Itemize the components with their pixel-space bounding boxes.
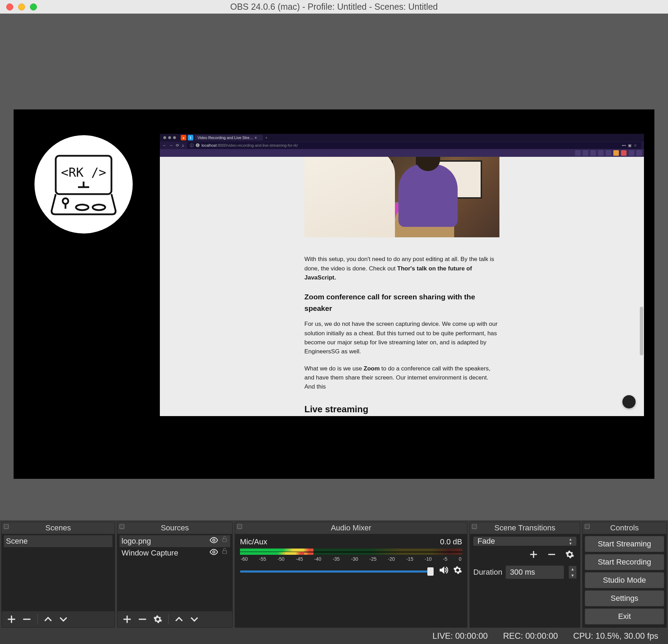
site-lock-icon: 🅓 xyxy=(196,143,200,147)
svg-point-13 xyxy=(213,551,215,553)
dock-title: Audio Mixer xyxy=(331,523,371,532)
url-host: localhost xyxy=(202,143,217,147)
article-paragraph: What we do is we use Zoom to do a confer… xyxy=(304,364,499,392)
article-paragraph: For us, we do not have the screen captur… xyxy=(304,320,499,356)
spin-up-icon[interactable]: ▲ xyxy=(569,566,576,572)
window-minimize-button[interactable] xyxy=(18,3,25,10)
scenes-list[interactable]: Scene xyxy=(2,534,115,611)
add-source-button[interactable] xyxy=(120,613,134,626)
ext-icon xyxy=(606,150,611,156)
lock-toggle-icon[interactable] xyxy=(221,547,228,559)
svg-point-7 xyxy=(93,205,105,210)
move-source-down-button[interactable] xyxy=(187,613,201,626)
remove-transition-button[interactable] xyxy=(547,550,556,561)
browser-menu-icon xyxy=(636,150,642,156)
move-scene-down-button[interactable] xyxy=(56,613,70,626)
nav-home-icon: ⌂ xyxy=(182,143,184,147)
add-transition-button[interactable] xyxy=(529,550,538,561)
sources-footer xyxy=(117,611,232,627)
tab-close-icon: × xyxy=(255,136,257,140)
svg-rect-12 xyxy=(223,539,227,542)
source-item[interactable]: logo.png xyxy=(119,535,230,547)
duration-spinner[interactable]: ▲ ▼ xyxy=(569,566,576,578)
status-cpu: CPU: 10.5%, 30.00 fps xyxy=(573,631,658,641)
controls-header[interactable]: Controls xyxy=(583,522,666,534)
visibility-toggle-icon[interactable] xyxy=(209,547,218,559)
article-heading: Zoom conference call for screen sharing … xyxy=(304,291,499,314)
pinned-tab-icon: t xyxy=(188,135,193,140)
article-heading-2: Live streaming xyxy=(304,402,499,416)
svg-rect-14 xyxy=(223,551,227,553)
speaker-icon[interactable] xyxy=(438,565,449,578)
pocket-icon: ▣ xyxy=(628,143,631,148)
transition-select[interactable]: Fade ▲▼ xyxy=(473,537,576,546)
ext-icon xyxy=(598,150,604,156)
preview-area: <RK /> xyxy=(0,14,668,520)
settings-button[interactable]: Settings xyxy=(585,590,664,606)
add-scene-button[interactable] xyxy=(5,613,18,626)
channel-settings-icon[interactable] xyxy=(453,566,462,577)
lock-toggle-icon[interactable] xyxy=(221,536,228,547)
article-body: With this setup, you don't need to do an… xyxy=(304,255,499,416)
ext-icon xyxy=(629,150,634,156)
dock-grip-icon[interactable] xyxy=(4,524,9,529)
slider-thumb[interactable] xyxy=(427,567,434,576)
scenes-header[interactable]: Scenes xyxy=(2,522,115,534)
channel-level: 0.0 dB xyxy=(440,537,462,546)
sources-list[interactable]: logo.png Window Capture xyxy=(117,534,232,611)
source-item-label: logo.png xyxy=(122,537,151,546)
dock-grip-icon[interactable] xyxy=(585,524,590,529)
status-bar: LIVE: 00:00:00 REC: 00:00:00 CPU: 10.5%,… xyxy=(0,628,668,644)
dock-grip-icon[interactable] xyxy=(119,524,124,529)
visibility-toggle-icon[interactable] xyxy=(209,536,218,547)
source-item-label: Window Capture xyxy=(122,549,178,558)
browser-extension-bar xyxy=(160,149,644,157)
site-info-icon: ⓘ xyxy=(190,143,194,148)
logo-source[interactable]: <RK /> xyxy=(34,135,133,233)
channel-name: Mic/Aux xyxy=(240,537,267,546)
source-properties-button[interactable] xyxy=(151,613,165,626)
docks-row: Scenes Scene Source xyxy=(0,520,668,628)
transitions-header[interactable]: Scene Transitions xyxy=(470,522,580,534)
transition-properties-button[interactable] xyxy=(565,550,574,561)
scene-transitions-dock: Scene Transitions Fade ▲▼ Duration xyxy=(469,522,580,628)
titlebar: OBS 24.0.6 (mac) - Profile: Untitled - S… xyxy=(0,0,668,14)
controls-dock: Controls Start Streaming Start Recording… xyxy=(582,522,667,628)
window-close-button[interactable] xyxy=(6,3,13,10)
remove-source-button[interactable] xyxy=(135,613,149,626)
dock-grip-icon[interactable] xyxy=(472,524,477,529)
scene-item[interactable]: Scene xyxy=(4,535,112,547)
mixer-header[interactable]: Audio Mixer xyxy=(235,522,467,534)
preview-canvas[interactable]: <RK /> xyxy=(14,109,654,479)
svg-text:<RK />: <RK /> xyxy=(61,165,106,179)
move-scene-up-button[interactable] xyxy=(41,613,55,626)
exit-button[interactable]: Exit xyxy=(585,608,664,624)
duration-input[interactable]: 300 ms xyxy=(506,566,564,579)
tab-title: Video Recording and Live Stre… xyxy=(197,136,253,140)
bookmark-icon: ☆ xyxy=(634,143,637,148)
status-live: LIVE: 00:00:00 xyxy=(433,631,488,641)
sources-header[interactable]: Sources xyxy=(117,522,232,534)
url-path: :8000/video-recording-and-live-streaming… xyxy=(217,143,298,147)
article-image xyxy=(304,157,499,237)
window-maximize-button[interactable] xyxy=(30,3,37,10)
audio-mixer-dock: Audio Mixer Mic/Aux 0.0 dB -60 xyxy=(235,522,467,628)
source-item[interactable]: Window Capture xyxy=(119,547,230,559)
spin-down-icon[interactable]: ▼ xyxy=(569,572,576,578)
address-bar: ⓘ 🅓 localhost:8000/video-recording-and-l… xyxy=(187,142,641,149)
browser-toolbar: ← → ⟳ ⌂ ⓘ 🅓 localhost:8000/video-recordi… xyxy=(160,141,644,149)
start-recording-button[interactable]: Start Recording xyxy=(585,554,664,570)
pinned-tab-icon: ● xyxy=(181,135,186,140)
svg-point-4 xyxy=(63,198,68,204)
start-streaming-button[interactable]: Start Streaming xyxy=(585,536,664,552)
move-source-up-button[interactable] xyxy=(172,613,186,626)
dock-grip-icon[interactable] xyxy=(237,524,242,529)
remove-scene-button[interactable] xyxy=(20,613,34,626)
volume-slider[interactable] xyxy=(240,570,434,573)
studio-mode-button[interactable]: Studio Mode xyxy=(585,572,664,588)
ext-icon xyxy=(575,150,581,156)
ext-icon xyxy=(613,150,619,156)
new-tab-icon: + xyxy=(265,136,267,140)
mixer-channel: Mic/Aux 0.0 dB -60 -55 -50 -45 - xyxy=(235,534,467,582)
window-capture-source[interactable]: ● t Video Recording and Live Stre… × + ←… xyxy=(160,134,644,416)
